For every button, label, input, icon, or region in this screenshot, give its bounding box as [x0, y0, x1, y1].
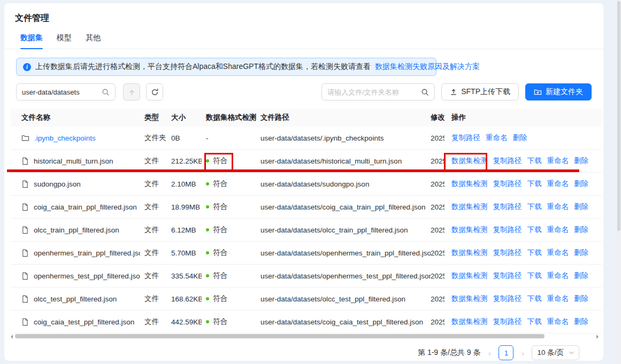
action-download[interactable]: 下载: [527, 156, 542, 166]
tab-dataset[interactable]: 数据集: [20, 33, 43, 49]
file-path: user-data/datasets/coig_caia_train_ppl_f…: [256, 203, 431, 211]
vscrollbar-thumb[interactable]: [617, 1, 620, 231]
action-download[interactable]: 下载: [527, 271, 542, 281]
file-icon: [21, 318, 29, 326]
action-delete[interactable]: 删除: [574, 248, 588, 258]
action-copy-path[interactable]: 复制路径: [493, 248, 522, 258]
file-type: 文件: [140, 179, 167, 189]
action-rename[interactable]: 重命名: [486, 133, 508, 143]
action-copy-path[interactable]: 复制路径: [493, 317, 522, 327]
horizontal-scrollbar[interactable]: [11, 334, 602, 339]
file-type: 文件夹: [140, 133, 167, 143]
chevron-down-icon: [569, 351, 574, 354]
action-copy-path[interactable]: 复制路径: [493, 294, 522, 304]
folder-icon: [21, 134, 29, 142]
action-copy-path[interactable]: 复制路径: [493, 202, 522, 212]
page-vertical-scrollbar[interactable]: [617, 0, 621, 364]
action-dataset-check[interactable]: 数据集检测: [451, 179, 488, 189]
action-delete[interactable]: 删除: [574, 225, 588, 235]
file-name: openhermes_train_ppl_filtered.json: [34, 249, 140, 257]
action-rename[interactable]: 重命名: [547, 156, 569, 166]
status-dot: [206, 274, 209, 277]
action-dataset-check[interactable]: 数据集检测: [451, 156, 488, 166]
status-dot: [206, 205, 209, 208]
action-rename[interactable]: 重命名: [547, 202, 569, 212]
tab-other[interactable]: 其他: [86, 33, 101, 49]
file-path: user-data/datasets/olcc_test_ppl_filtere…: [256, 295, 431, 303]
action-copy-path[interactable]: 复制路径: [493, 271, 522, 281]
action-rename[interactable]: 重命名: [547, 271, 569, 281]
action-rename[interactable]: 重命名: [547, 294, 569, 304]
action-download[interactable]: 下载: [527, 179, 542, 189]
tab-model[interactable]: 模型: [57, 33, 72, 49]
action-copy-path[interactable]: 复制路径: [493, 225, 522, 235]
action-copy-path[interactable]: 复制路径: [493, 156, 522, 166]
action-delete[interactable]: 删除: [574, 294, 588, 304]
action-rename[interactable]: 重命名: [547, 225, 569, 235]
modified-time: 2025: [431, 134, 444, 142]
toolbar-right-group: SFTP上传下载 新建文件夹: [321, 83, 592, 100]
action-copy-path[interactable]: 复制路径: [493, 179, 522, 189]
file-name[interactable]: .ipynb_checkpoints: [34, 134, 96, 142]
go-up-button[interactable]: [123, 83, 140, 100]
file-size: 0B: [167, 134, 202, 142]
table-row: .ipynb_checkpoints 文件夹 0B - user-data/da…: [11, 127, 602, 150]
file-path: user-data/datasets/olcc_train_ppl_filter…: [256, 226, 431, 234]
status-dot: [206, 159, 209, 162]
file-manager-panel: 文件管理 数据集 模型 其他 i 上传数据集后请先进行格式检测，平台支持符合Al…: [4, 3, 603, 361]
file-icon: [21, 226, 29, 234]
page-number-button[interactable]: 1: [499, 345, 513, 360]
action-delete[interactable]: 删除: [513, 133, 527, 143]
action-delete[interactable]: 删除: [574, 202, 588, 212]
banner-help-link[interactable]: 数据集检测失败原因及解决方案: [375, 62, 480, 72]
action-download[interactable]: 下载: [527, 202, 542, 212]
file-path: user-data/datasets/.ipynb_checkpoints: [256, 134, 431, 142]
file-icon: [21, 157, 29, 165]
action-rename[interactable]: 重命名: [547, 248, 569, 258]
next-page-icon[interactable]: ›: [519, 348, 526, 358]
file-search-input[interactable]: [327, 88, 418, 96]
path-input[interactable]: [22, 88, 98, 96]
action-delete[interactable]: 删除: [574, 271, 588, 281]
file-size: 212.25KB: [167, 157, 202, 165]
file-size: 18.99MB: [167, 203, 202, 211]
action-delete[interactable]: 删除: [574, 156, 588, 166]
sftp-upload-download-button[interactable]: SFTP上传下载: [441, 83, 519, 100]
file-type: 文件: [140, 248, 167, 258]
action-dataset-check[interactable]: 数据集检测: [451, 294, 488, 304]
modified-time: 2025: [431, 249, 444, 257]
action-download[interactable]: 下载: [527, 248, 542, 258]
action-dataset-check[interactable]: 数据集检测: [451, 248, 488, 258]
search-icon: [102, 88, 110, 96]
tab-bar: 数据集 模型 其他: [4, 25, 603, 49]
page-size-select[interactable]: 10 条/页: [532, 345, 579, 360]
action-dataset-check[interactable]: 数据集检测: [451, 317, 488, 327]
row-actions: 数据集检测 复制路径 下载 重命名 删除: [444, 271, 602, 281]
new-folder-button-label: 新建文件夹: [546, 87, 583, 97]
file-size: 168.62KB: [167, 295, 202, 303]
row-actions: 数据集检测 复制路径 下载 重命名 删除: [444, 225, 602, 235]
action-dataset-check[interactable]: 数据集检测: [451, 225, 488, 235]
modified-time: 2025: [431, 226, 444, 234]
col-actions: 操作: [444, 113, 602, 122]
format-check-status: 符合: [202, 294, 256, 304]
action-copy-path[interactable]: 复制路径: [451, 133, 480, 143]
action-download[interactable]: 下载: [527, 225, 542, 235]
scroll-right-arrow-icon[interactable]: [596, 335, 599, 339]
action-rename[interactable]: 重命名: [547, 179, 569, 189]
refresh-button[interactable]: [146, 83, 163, 100]
action-delete[interactable]: 删除: [574, 179, 588, 189]
action-dataset-check[interactable]: 数据集检测: [451, 202, 488, 212]
action-delete[interactable]: 删除: [574, 317, 588, 327]
action-dataset-check[interactable]: 数据集检测: [451, 271, 488, 281]
action-rename[interactable]: 重命名: [547, 317, 569, 327]
scroll-left-arrow-icon[interactable]: [11, 335, 13, 339]
new-folder-button[interactable]: 新建文件夹: [525, 83, 592, 100]
action-download[interactable]: 下载: [527, 294, 542, 304]
file-icon: [21, 180, 29, 188]
scrollbar-thumb[interactable]: [15, 334, 545, 338]
prev-page-icon[interactable]: ‹: [486, 348, 493, 358]
col-path: 文件路径: [256, 113, 431, 122]
action-download[interactable]: 下载: [527, 317, 542, 327]
refresh-icon: [151, 88, 159, 96]
